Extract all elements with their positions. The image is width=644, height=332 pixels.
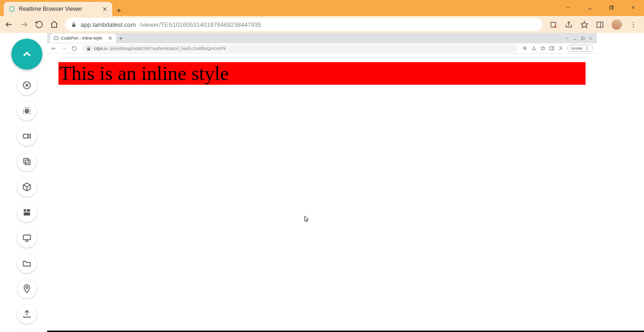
svg-rect-7 bbox=[72, 24, 75, 26]
inner-back-button[interactable] bbox=[51, 46, 57, 51]
outer-toolbar: app.lambdatest.com/viewer/TES10160531401… bbox=[0, 16, 644, 33]
inner-url-path: /pen/debug/xxabGBK?authentication_hash=Z… bbox=[110, 46, 226, 51]
outer-tab-title: Realtime Browser Viewer bbox=[19, 6, 99, 12]
sidebar-settings-button[interactable] bbox=[17, 330, 37, 332]
outer-window-controls bbox=[557, 0, 644, 16]
lambdatest-sidebar bbox=[11, 39, 42, 332]
sidebar-upload-button[interactable] bbox=[17, 304, 37, 324]
reload-button[interactable] bbox=[35, 20, 43, 29]
inner-maximize-icon[interactable] bbox=[581, 36, 585, 40]
side-panel-icon[interactable] bbox=[596, 21, 604, 29]
svg-point-15 bbox=[633, 26, 634, 27]
forward-button[interactable] bbox=[20, 20, 28, 29]
svg-rect-11 bbox=[597, 22, 603, 27]
sidebar-collapse-button[interactable] bbox=[11, 39, 42, 70]
svg-point-46 bbox=[560, 47, 562, 49]
inner-profile-icon[interactable] bbox=[558, 46, 563, 51]
svg-rect-38 bbox=[87, 48, 90, 50]
svg-point-14 bbox=[633, 24, 634, 25]
outer-address-bar[interactable]: app.lambdatest.com/viewer/TES10160531401… bbox=[65, 18, 543, 31]
svg-marker-31 bbox=[54, 36, 58, 40]
inner-address-bar[interactable]: cdpn.io/pen/debug/xxabGBK?authentication… bbox=[82, 45, 518, 52]
inner-toolbar-right: Update bbox=[522, 45, 593, 52]
inner-browser-tab[interactable]: CodePen - inline-style ✕ bbox=[50, 33, 116, 43]
sidebar-switch-button[interactable] bbox=[17, 75, 37, 95]
kebab-menu-icon[interactable] bbox=[629, 21, 637, 29]
inner-star-icon[interactable] bbox=[540, 46, 545, 51]
outer-titlebar: Realtime Browser Viewer ✕ + bbox=[0, 0, 644, 16]
inner-tab-search-icon[interactable] bbox=[565, 36, 569, 40]
close-tab-icon[interactable]: ✕ bbox=[102, 6, 107, 13]
extension-icon[interactable] bbox=[549, 21, 557, 29]
layout-icon bbox=[22, 208, 32, 217]
home-button[interactable] bbox=[50, 20, 58, 29]
copy-icon bbox=[22, 157, 32, 166]
video-icon bbox=[22, 131, 32, 141]
svg-marker-43 bbox=[541, 46, 545, 50]
svg-marker-20 bbox=[28, 134, 31, 138]
url-path: /viewer/TES10160531401676469238447935 bbox=[140, 21, 261, 28]
page-headline: This is an inline style bbox=[58, 62, 586, 85]
svg-rect-19 bbox=[24, 134, 28, 138]
sidebar-screenshot-button[interactable] bbox=[17, 152, 37, 171]
sidebar-package-button[interactable] bbox=[17, 177, 37, 197]
inner-page-content: This is an inline style bbox=[47, 54, 597, 330]
kebab-icon bbox=[585, 46, 590, 51]
inner-lock-icon bbox=[86, 46, 91, 51]
svg-point-49 bbox=[587, 49, 588, 50]
sidebar-files-button[interactable] bbox=[17, 253, 37, 273]
svg-rect-26 bbox=[24, 235, 31, 240]
new-tab-button[interactable]: + bbox=[112, 6, 125, 16]
svg-rect-44 bbox=[550, 47, 554, 50]
remote-browser-frame: CodePen - inline-style ✕ + cdpn.io/pen/d… bbox=[47, 33, 597, 330]
location-icon bbox=[22, 284, 32, 293]
inner-tab-title: CodePen - inline-style bbox=[61, 36, 106, 40]
inner-close-icon[interactable] bbox=[589, 36, 593, 40]
inner-zoom-icon[interactable] bbox=[522, 46, 528, 51]
inner-reload-button[interactable] bbox=[72, 46, 77, 51]
mouse-cursor-icon bbox=[304, 216, 309, 223]
minimize-button[interactable] bbox=[579, 5, 601, 12]
inner-share-icon[interactable] bbox=[531, 46, 537, 51]
svg-rect-22 bbox=[24, 158, 28, 163]
sidebar-record-button[interactable] bbox=[17, 126, 37, 146]
svg-point-47 bbox=[587, 46, 588, 47]
outer-browser-tab[interactable]: Realtime Browser Viewer ✕ bbox=[4, 2, 112, 16]
inner-close-tab-icon[interactable]: ✕ bbox=[108, 35, 112, 41]
inner-forward-button[interactable] bbox=[61, 46, 67, 51]
svg-rect-2 bbox=[610, 7, 612, 9]
bug-icon bbox=[22, 106, 32, 115]
sidebar-layout-button[interactable] bbox=[17, 202, 37, 222]
sidebar-bug-button[interactable] bbox=[17, 101, 37, 121]
folder-icon bbox=[22, 259, 32, 268]
inner-side-panel-icon[interactable] bbox=[549, 46, 554, 51]
profile-avatar[interactable] bbox=[611, 19, 622, 30]
lambdatest-favicon-icon bbox=[8, 6, 15, 12]
svg-rect-23 bbox=[24, 209, 26, 211]
inner-new-tab-button[interactable]: + bbox=[116, 35, 125, 42]
chevron-up-icon bbox=[21, 48, 33, 60]
svg-rect-25 bbox=[24, 212, 30, 216]
upload-icon bbox=[22, 309, 32, 319]
sidebar-display-button[interactable] bbox=[17, 228, 37, 248]
sidebar-location-button[interactable] bbox=[17, 279, 37, 299]
inner-titlebar: CodePen - inline-style ✕ + bbox=[47, 33, 597, 43]
svg-marker-10 bbox=[581, 21, 587, 27]
inner-update-button[interactable]: Update bbox=[567, 45, 593, 52]
svg-rect-33 bbox=[582, 37, 584, 39]
svg-point-13 bbox=[633, 22, 634, 23]
maximize-button[interactable] bbox=[601, 5, 622, 12]
inner-minimize-icon[interactable] bbox=[573, 36, 577, 40]
svg-point-9 bbox=[554, 25, 556, 27]
tab-search-icon[interactable] bbox=[557, 5, 579, 12]
bookmark-star-icon[interactable] bbox=[580, 21, 588, 29]
back-button[interactable] bbox=[5, 20, 13, 29]
share-icon[interactable] bbox=[565, 21, 573, 29]
lock-icon bbox=[71, 22, 77, 28]
codepen-favicon-icon bbox=[54, 36, 58, 40]
box-icon bbox=[22, 182, 32, 192]
close-window-button[interactable] bbox=[622, 5, 644, 12]
inner-window-controls bbox=[565, 36, 597, 40]
update-label: Update bbox=[570, 46, 583, 50]
svg-line-40 bbox=[526, 49, 527, 50]
